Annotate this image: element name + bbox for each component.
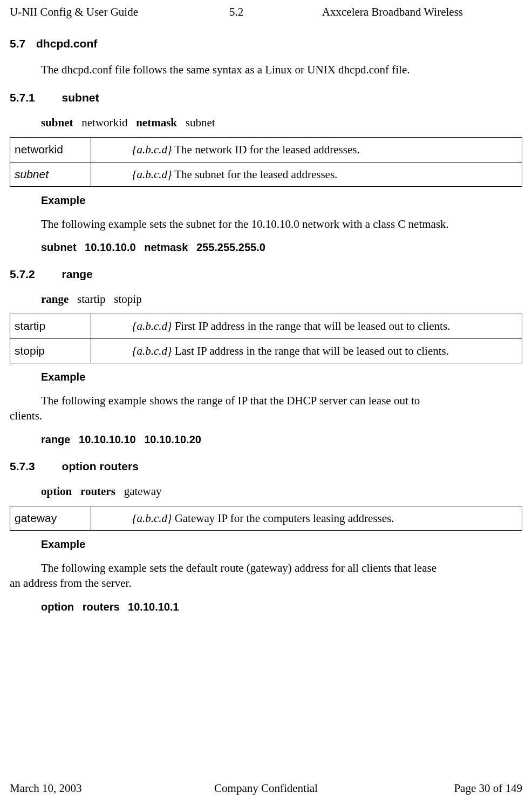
- syntax-keyword: subnet: [41, 116, 73, 129]
- section-number: 5.7: [10, 37, 25, 50]
- param-name: stopip: [10, 338, 91, 363]
- footer-page-number: Page 30 of 149: [351, 782, 522, 795]
- option-routers-example-code: option routers 10.10.10.1: [41, 601, 522, 613]
- syntax-keyword: netmask: [136, 116, 177, 129]
- range-example-code: range 10.10.10.10 10.10.10.20: [41, 434, 522, 446]
- syntax-arg: gateway: [124, 485, 162, 498]
- syntax-arg: stopip: [114, 293, 141, 306]
- section-title: range: [62, 268, 93, 280]
- footer-date: March 10, 2003: [10, 782, 181, 795]
- section-5-7-1-heading: 5.7.1 subnet: [10, 91, 522, 104]
- table-row: subnet {a.b.c.d} The subnet for the leas…: [10, 162, 522, 186]
- param-desc: {a.b.c.d} The network ID for the leased …: [91, 138, 522, 162]
- example-heading: Example: [41, 538, 522, 551]
- param-desc: {a.b.c.d} Gateway IP for the computers l…: [91, 506, 522, 530]
- section-number: 5.7.3: [10, 460, 35, 473]
- section-5-7-2-heading: 5.7.2 range: [10, 268, 522, 281]
- range-param-table: startip {a.b.c.d} First IP address in th…: [10, 314, 522, 363]
- option-routers-param-table: gateway {a.b.c.d} Gateway IP for the com…: [10, 506, 522, 531]
- syntax-arg: subnet: [186, 116, 215, 129]
- syntax-keyword: range: [41, 293, 69, 306]
- section-title: option routers: [62, 460, 139, 472]
- param-desc: {a.b.c.d} Last IP address in the range t…: [91, 338, 522, 363]
- example-heading: Example: [41, 194, 522, 207]
- example-heading: Example: [41, 371, 522, 383]
- header-right: Axxcelera Broadband Wireless: [266, 5, 522, 19]
- subnet-example-code: subnet 10.10.10.0 netmask 255.255.255.0: [41, 241, 522, 254]
- param-name: subnet: [10, 162, 91, 186]
- syntax-arg: startip: [77, 293, 106, 306]
- syntax-keyword: routers: [80, 485, 115, 498]
- subnet-example-text: The following example sets the subnet fo…: [41, 216, 522, 232]
- page-header: U-NII Config & User Guide 5.2 Axxcelera …: [10, 5, 522, 19]
- param-desc: {a.b.c.d} The subnet for the leased addr…: [91, 162, 522, 186]
- param-name: startip: [10, 314, 91, 338]
- syntax-arg: networkid: [81, 116, 127, 129]
- section-number: 5.7.2: [10, 268, 35, 281]
- param-name: networkid: [10, 138, 91, 162]
- section-5-7-heading: 5.7 dhcpd.conf: [10, 37, 522, 50]
- subnet-syntax: subnet networkid netmask subnet: [41, 116, 522, 130]
- section-title: dhcpd.conf: [36, 37, 97, 50]
- option-routers-example-text: The following example sets the default r…: [10, 560, 522, 591]
- header-left: U-NII Config & User Guide: [10, 5, 207, 19]
- table-row: networkid {a.b.c.d} The network ID for t…: [10, 138, 522, 162]
- section-5-7-3-heading: 5.7.3 option routers: [10, 460, 522, 473]
- page-footer: March 10, 2003 Company Confidential Page…: [10, 782, 522, 795]
- range-example-text: The following example shows the range of…: [10, 393, 522, 424]
- param-name: gateway: [10, 506, 91, 530]
- footer-confidential: Company Confidential: [181, 782, 352, 795]
- section-title: subnet: [62, 91, 99, 104]
- table-row: stopip {a.b.c.d} Last IP address in the …: [10, 338, 522, 363]
- param-desc: {a.b.c.d} First IP address in the range …: [91, 314, 522, 338]
- table-row: gateway {a.b.c.d} Gateway IP for the com…: [10, 506, 522, 530]
- header-center: 5.2: [207, 5, 266, 19]
- subnet-param-table: networkid {a.b.c.d} The network ID for t…: [10, 137, 522, 187]
- syntax-keyword: option: [41, 485, 72, 498]
- table-row: startip {a.b.c.d} First IP address in th…: [10, 314, 522, 338]
- option-routers-syntax: option routers gateway: [41, 485, 522, 498]
- section-number: 5.7.1: [10, 91, 35, 104]
- range-syntax: range startip stopip: [41, 293, 522, 306]
- section-5-7-intro: The dhcpd.conf file follows the same syn…: [41, 62, 522, 77]
